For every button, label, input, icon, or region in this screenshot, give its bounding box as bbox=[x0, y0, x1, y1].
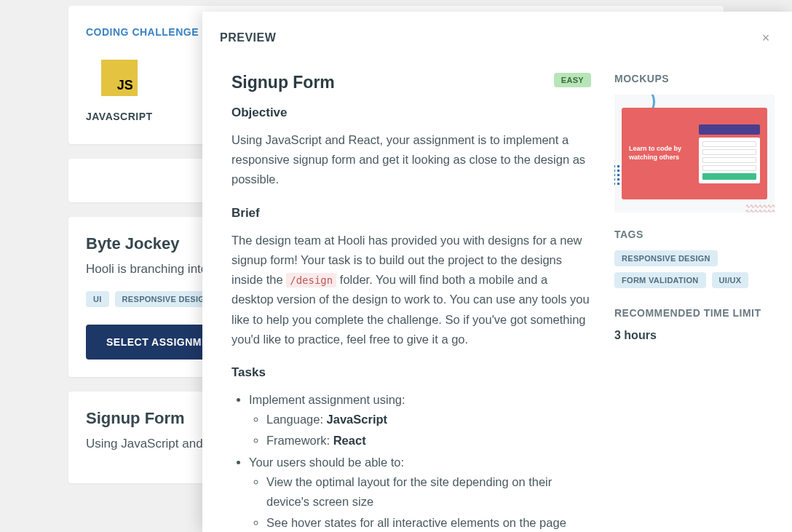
task-label: Language: bbox=[266, 413, 327, 426]
tag-form-validation[interactable]: FORM VALIDATION bbox=[614, 272, 706, 288]
task-sub-item: Framework: React bbox=[266, 431, 591, 450]
modal-title: PREVIEW bbox=[220, 31, 276, 44]
mockup-preview[interactable]: ∿∿∿∿∿∿∿∿∿∿∿∿∿∿ Learn to code by watching… bbox=[614, 95, 775, 213]
decorative-wave: ∿∿∿∿∿∿∿∿∿∿∿∿∿∿ bbox=[745, 204, 775, 213]
mockup-heading-text: Learn to code by watching others bbox=[629, 145, 692, 162]
tag-ui-ux[interactable]: UI/UX bbox=[712, 272, 749, 288]
task-item: Your users should be able to: View the o… bbox=[249, 453, 591, 532]
objective-text: Using JavaScript and React, your assignm… bbox=[231, 130, 591, 190]
tags-heading: TAGS bbox=[614, 229, 775, 240]
brief-text: The design team at Hooli has provided yo… bbox=[231, 231, 591, 349]
task-sub-item: See hover states for all interactive ele… bbox=[266, 513, 591, 532]
design-folder-code: /design bbox=[286, 273, 336, 287]
close-button[interactable]: × bbox=[757, 29, 775, 47]
task-item: Implement assignment using: Language: Ja… bbox=[249, 390, 591, 451]
mockup-form bbox=[699, 138, 760, 183]
task-value: React bbox=[333, 434, 366, 447]
assignment-title: Signup Form bbox=[231, 73, 335, 92]
language-option[interactable]: JS JAVASCRIPT bbox=[86, 60, 153, 122]
tag-responsive-design[interactable]: RESPONSIVE DESIGN bbox=[614, 250, 718, 266]
task-label: Framework: bbox=[266, 434, 333, 447]
tasks-heading: Tasks bbox=[231, 365, 591, 380]
modal-header: PREVIEW × bbox=[202, 12, 792, 60]
javascript-icon: JS bbox=[101, 60, 138, 96]
tag-ui[interactable]: UI bbox=[86, 291, 109, 307]
time-limit-heading: RECOMMENDED TIME LIMIT bbox=[614, 307, 775, 319]
modal-sidebar: MOCKUPS ∿∿∿∿∿∿∿∿∿∿∿∿∿∿ Learn to code by … bbox=[614, 73, 775, 515]
brief-heading: Brief bbox=[231, 206, 591, 221]
modal-main-content: Signup Form EASY Objective Using JavaScr… bbox=[231, 73, 591, 515]
task-sub-item: View the optimal layout for the site dep… bbox=[266, 472, 591, 512]
objective-heading: Objective bbox=[231, 106, 591, 120]
task-sub-item: Language: JavaScript bbox=[266, 410, 591, 429]
mockup-inner: Learn to code by watching others bbox=[622, 108, 767, 199]
mockups-heading: MOCKUPS bbox=[614, 73, 775, 84]
tasks-list: Implement assignment using: Language: Ja… bbox=[231, 390, 591, 532]
language-label: JAVASCRIPT bbox=[86, 111, 153, 122]
task-value: JavaScript bbox=[327, 413, 387, 426]
close-icon: × bbox=[762, 31, 770, 45]
task-text: Implement assignment using: bbox=[249, 393, 405, 406]
mockup-banner bbox=[699, 124, 760, 135]
time-limit-value: 3 hours bbox=[614, 329, 775, 342]
preview-modal: PREVIEW × Signup Form EASY Objective Usi… bbox=[202, 12, 792, 532]
task-text: Your users should be able to: bbox=[249, 456, 404, 469]
difficulty-badge: EASY bbox=[554, 73, 591, 87]
